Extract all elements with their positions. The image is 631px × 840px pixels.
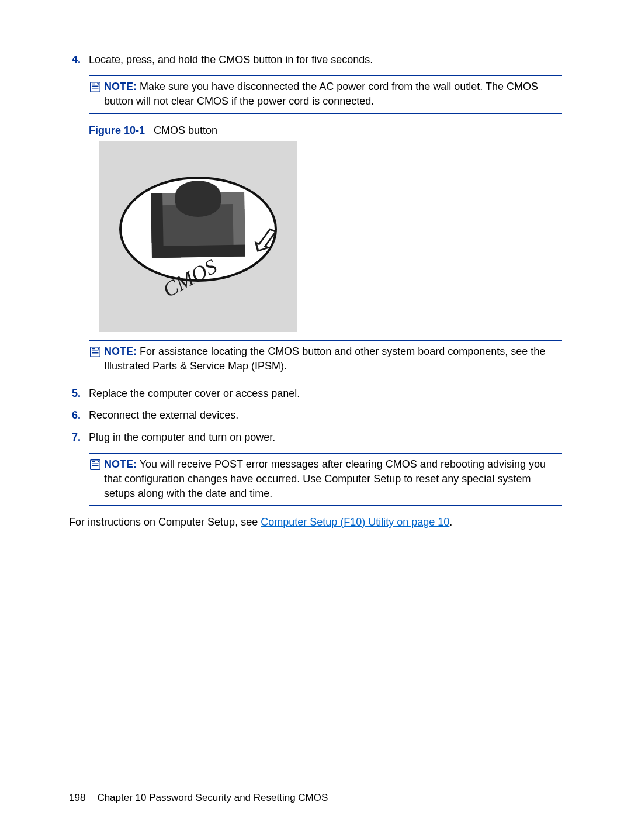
note-text-1: NOTE: Make sure you have disconnected th… [104,79,562,109]
note-icon [89,457,104,475]
step-number: 7. [69,430,89,445]
final-post: . [449,516,452,528]
step-text: Replace the computer cover or access pan… [89,386,562,401]
step-text: Reconnect the external devices. [89,408,562,423]
page-footer: 198 Chapter 10 Password Security and Res… [69,791,562,805]
step-6: 6. Reconnect the external devices. [69,408,562,423]
step-4: 4. Locate, press, and hold the CMOS butt… [69,53,562,67]
figure-button-cap [175,181,221,217]
final-paragraph: For instructions on Computer Setup, see … [69,515,562,530]
figure-title-text: CMOS button [154,125,217,136]
note-label: NOTE: [104,81,137,92]
final-pre: For instructions on Computer Setup, see [69,516,261,528]
note-box-1: NOTE: Make sure you have disconnected th… [89,75,562,113]
note-body: You will receive POST error messages aft… [104,458,546,499]
step-text: Locate, press, and hold the CMOS button … [89,53,562,67]
page-content: 4. Locate, press, and hold the CMOS butt… [0,0,631,530]
step-7: 7. Plug in the computer and turn on powe… [69,430,562,445]
step-5: 5. Replace the computer cover or access … [69,386,562,401]
note-text-3: NOTE: You will receive POST error messag… [104,457,562,502]
step-number: 5. [69,386,89,401]
step-number: 6. [69,408,89,423]
figure-image-cmos-button: CMOS ⇩ [99,141,297,332]
figure-caption: Figure 10-1 CMOS button [89,123,562,138]
note-box-2: NOTE: For assistance locating the CMOS b… [89,340,562,378]
note-box-3: NOTE: You will receive POST error messag… [89,453,562,506]
page-number: 198 [69,791,85,805]
note-label: NOTE: [104,458,137,470]
step-text: Plug in the computer and turn on power. [89,430,562,445]
note-icon [89,344,104,362]
figure-number: Figure 10-1 [89,125,145,136]
note-text-2: NOTE: For assistance locating the CMOS b… [104,344,562,374]
note-icon [89,79,104,98]
chapter-title: Chapter 10 Password Security and Resetti… [97,791,328,805]
note-label: NOTE: [104,345,137,357]
note-body: For assistance locating the CMOS button … [104,345,545,372]
computer-setup-link[interactable]: Computer Setup (F10) Utility on page 10 [261,516,449,528]
figure-title [148,125,154,136]
step-number: 4. [69,53,89,67]
note-body: Make sure you have disconnected the AC p… [104,81,538,107]
